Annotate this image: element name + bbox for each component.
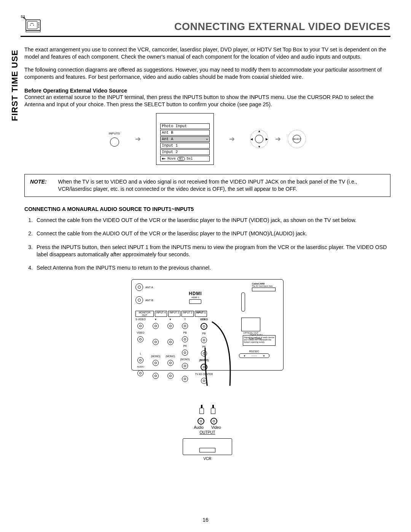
note-box: NOTE: When the TV is set to VIDEO and a …	[24, 174, 390, 197]
svg-rect-1	[27, 21, 37, 29]
jack	[153, 339, 159, 345]
vcr-icon	[183, 438, 232, 455]
jack	[153, 360, 159, 366]
step-item: Connect the cable from the AUDIO OUT of …	[34, 230, 390, 237]
note-text: When the TV is set to VIDEO and a video …	[58, 178, 385, 193]
mono-label-bold: (MONO)	[199, 359, 209, 361]
jack	[153, 373, 159, 379]
video-label-bold: VIDEO	[200, 318, 208, 321]
svg-point-7	[30, 25, 31, 26]
note-label: NOTE:	[30, 178, 47, 193]
arrow-icon: ➔	[135, 135, 141, 143]
hdmi-logo: HDMI	[189, 291, 202, 296]
header-rule	[21, 36, 390, 37]
side-section-label: FIRST TIME USE	[10, 50, 20, 121]
rs232c: RS232C ○○○○○	[239, 350, 269, 358]
tvcenter-label: TV AS CENTER	[195, 373, 213, 375]
intro-paragraph-2: The following connection diagrams are of…	[24, 66, 390, 80]
menu-item: Ant B	[160, 130, 210, 136]
inputs-menu: Photo Input Ant B Ant A Input 1 Input 2 …	[156, 113, 214, 165]
jack	[182, 363, 188, 369]
step-item: Connect the cable from the VIDEO OUT of …	[34, 217, 390, 224]
audio-label: Audio	[194, 425, 204, 430]
jack	[167, 373, 174, 379]
jack	[201, 378, 207, 384]
jack	[137, 370, 143, 376]
select-button-icon: SELECT	[288, 130, 306, 148]
col-label: INPUT 2	[182, 311, 194, 317]
vcr-video-jack	[210, 418, 217, 425]
ant-a-label: ANT A	[145, 286, 153, 289]
col-label: INPUT 4	[155, 311, 167, 317]
ant-a-jack	[135, 283, 143, 291]
jack	[182, 323, 188, 329]
jack	[182, 336, 188, 342]
svideo-label: S-VIDEO	[135, 318, 146, 321]
rca-plug-icon	[199, 405, 204, 414]
col-label: INPUT 3	[168, 311, 180, 317]
audio-label: AUDIO	[137, 366, 144, 368]
col-label-bold: INPUT 1	[195, 311, 207, 317]
intro-paragraph-1: The exact arrangement you use to connect…	[24, 46, 390, 60]
inputs-button	[110, 137, 119, 147]
step-item: Press the INPUTS button, then select INP…	[34, 244, 390, 258]
tv-icon	[21, 15, 43, 33]
jack	[201, 337, 207, 343]
svg-point-3	[38, 22, 39, 23]
jack	[167, 339, 174, 345]
jack	[137, 336, 143, 342]
svg-point-5	[38, 26, 39, 26]
input1-mono-jack	[201, 364, 207, 371]
menu-item-selected: Ant A	[160, 136, 210, 142]
menu-footer: ◆▸ Move SEL Sel	[160, 156, 210, 161]
vcr-label: VCR	[131, 457, 284, 461]
cursor-pad-icon: ▲ ▼ ◀ ▶	[250, 130, 268, 148]
col-label: MONITOR OUT	[135, 311, 154, 317]
jack	[182, 350, 188, 356]
jack	[153, 323, 159, 329]
cablecard-slot: CableCARD The AV Card inputs here	[252, 283, 276, 291]
inputs-diagram: INPUTS ➔ Photo Input Ant B Ant A Input 1…	[24, 113, 390, 165]
menu-item: Input 2	[160, 149, 210, 155]
arrow-icon: ➔	[229, 135, 235, 143]
svg-point-4	[38, 24, 39, 25]
menu-item: Photo Input	[160, 123, 210, 129]
jack	[201, 350, 207, 356]
rca-plug-icon	[211, 405, 215, 414]
jack	[137, 323, 143, 329]
ir-slot	[241, 292, 245, 312]
hdmi-sub: HDMI 1	[189, 296, 202, 299]
before-heading: Before Operating External Video Source	[24, 88, 390, 94]
jack	[167, 323, 174, 329]
ant-b-jack	[135, 296, 143, 304]
vcr-audio-jack	[198, 418, 204, 425]
vcr-output: Audio Video OUTPUT	[186, 418, 228, 435]
video-label: Video	[211, 425, 221, 430]
upgrade-note: Signaling method of each device and CARD…	[243, 335, 276, 346]
hdmi-port	[189, 299, 201, 304]
inputs-button-label: INPUTS	[109, 132, 120, 135]
arrow-icon: ➔	[275, 135, 281, 143]
page-title: CONNECTING EXTERNAL VIDEO DEVICES	[51, 21, 390, 33]
jack	[167, 360, 174, 366]
svg-point-8	[33, 25, 34, 26]
input1-video-jack	[201, 323, 207, 330]
optical-out: OPTICAL OUT	[241, 318, 260, 331]
jack	[182, 376, 188, 382]
step-item: Select Antenna from the INPUTS menu to r…	[34, 264, 390, 272]
before-text: Connect an external source to the INPUT …	[24, 94, 390, 108]
rear-panel-diagram: ANT A ANT B HDMI HDMI 1 CableCARD The AV…	[131, 279, 284, 371]
output-label: OUTPUT	[186, 430, 228, 435]
page-number: 16	[0, 517, 411, 523]
monaural-heading: CONNECTING A MONAURAL AUDIO SOURCE TO IN…	[24, 206, 390, 212]
menu-item: Input 1	[160, 143, 210, 149]
steps-list: Connect the cable from the VIDEO OUT of …	[24, 217, 390, 272]
svg-point-6	[38, 27, 39, 28]
jack	[137, 357, 143, 363]
ant-b-label: ANT B	[145, 299, 153, 302]
